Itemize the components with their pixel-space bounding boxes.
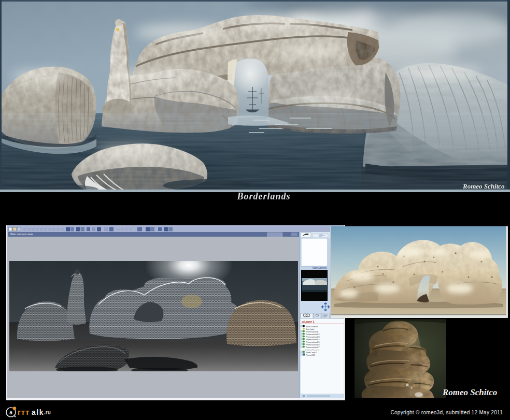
svg-text:Main Camera: Main Camera bbox=[313, 267, 327, 269]
svg-text:.ru: .ru bbox=[44, 410, 51, 415]
svg-text:rтт: rтт bbox=[18, 408, 30, 416]
svg-text:Romeo Schitco: Romeo Schitco bbox=[462, 182, 505, 190]
svg-text:▭Layer 1: ▭Layer 1 bbox=[302, 320, 314, 323]
svg-text:Poser019: Poser019 bbox=[306, 354, 316, 356]
svg-text:a: a bbox=[9, 410, 12, 415]
svg-text:alk: alk bbox=[32, 408, 44, 416]
